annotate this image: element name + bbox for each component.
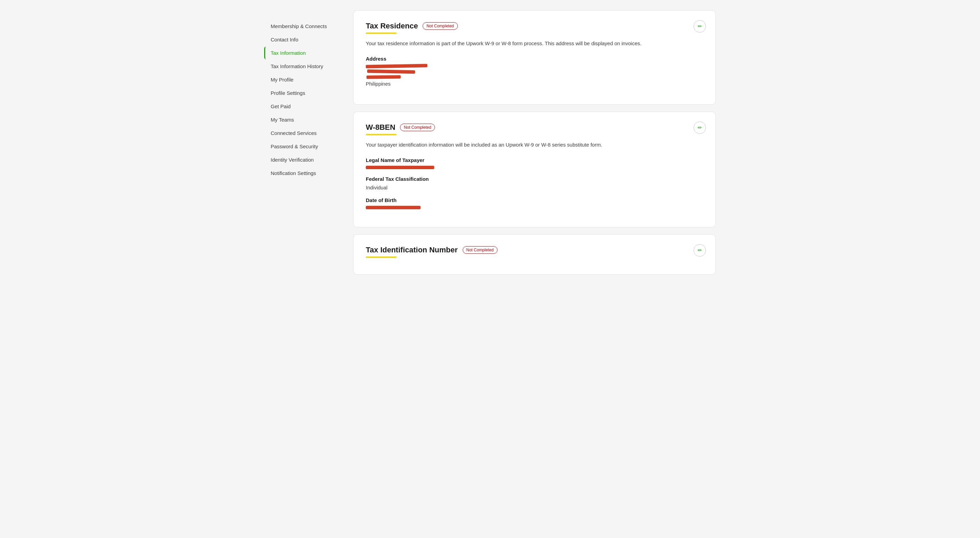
card-tax-residence-description: Your tax residence information is part o…	[366, 39, 703, 48]
main-content: ✏Tax ResidenceNot CompletedYour tax resi…	[353, 7, 716, 275]
sidebar: Membership & ConnectsContact InfoTax Inf…	[264, 7, 339, 275]
field-label: Federal Tax Classification	[366, 176, 703, 182]
redacted-address-line	[367, 70, 415, 73]
field-address: AddressPhilippines	[366, 56, 703, 87]
card-tax-residence-badge: Not Completed	[423, 22, 458, 30]
card-w8ben-underline	[366, 134, 396, 135]
card-w8ben-title: W-8BEN	[366, 123, 395, 132]
card-tax-residence-underline	[366, 32, 396, 34]
sidebar-item-my-teams[interactable]: My Teams	[264, 113, 339, 126]
field-label: Date of Birth	[366, 197, 703, 203]
card-tax-residence-title: Tax Residence	[366, 22, 418, 30]
field-legal-name-of-taxpayer: Legal Name of Taxpayer	[366, 157, 703, 169]
redacted-dob-value	[366, 206, 420, 209]
sidebar-item-tax-information[interactable]: Tax Information	[264, 46, 339, 59]
card-tax-id-number-underline	[366, 257, 396, 258]
card-tax-residence: ✏Tax ResidenceNot CompletedYour tax resi…	[353, 10, 716, 105]
card-tax-id-number-badge: Not Completed	[463, 246, 498, 254]
sidebar-item-contact-info[interactable]: Contact Info	[264, 33, 339, 46]
sidebar-item-tax-history[interactable]: Tax Information History	[264, 60, 339, 73]
field-label: Address	[366, 56, 703, 62]
field-date-of-birth: Date of Birth	[366, 197, 703, 209]
redacted-address-line	[366, 75, 401, 79]
card-tax-id-number-title: Tax Identification Number	[366, 246, 458, 254]
sidebar-item-my-profile[interactable]: My Profile	[264, 73, 339, 86]
edit-tax-residence-button[interactable]: ✏	[694, 20, 706, 32]
card-w8ben-badge: Not Completed	[400, 124, 435, 131]
sidebar-item-connected-services[interactable]: Connected Services	[264, 127, 339, 139]
sidebar-item-profile-settings[interactable]: Profile Settings	[264, 87, 339, 99]
sidebar-item-membership[interactable]: Membership & Connects	[264, 20, 339, 32]
edit-tax-id-number-button[interactable]: ✏	[694, 244, 706, 257]
sidebar-item-get-paid[interactable]: Get Paid	[264, 100, 339, 113]
card-tax-residence-header: Tax ResidenceNot Completed	[366, 22, 703, 30]
card-tax-id-number-header: Tax Identification NumberNot Completed	[366, 246, 703, 254]
sidebar-item-identity-verification[interactable]: Identity Verification	[264, 153, 339, 166]
edit-w8ben-button[interactable]: ✏	[694, 121, 706, 134]
sidebar-item-notification-settings[interactable]: Notification Settings	[264, 167, 339, 179]
card-w8ben: ✏W-8BENNot CompletedYour taxpayer identi…	[353, 112, 716, 227]
card-w8ben-description: Your taxpayer identification information…	[366, 141, 703, 149]
address-country: Philippines	[366, 81, 703, 87]
field-label: Legal Name of Taxpayer	[366, 157, 703, 163]
sidebar-item-password-security[interactable]: Password & Security	[264, 140, 339, 153]
redacted-name-value	[366, 166, 434, 169]
redacted-address-line	[366, 64, 427, 68]
card-tax-id-number: ✏Tax Identification NumberNot Completed	[353, 234, 716, 275]
card-w8ben-header: W-8BENNot Completed	[366, 123, 703, 132]
field-federal-tax-classification: Federal Tax ClassificationIndividual	[366, 176, 703, 190]
sidebar-navigation: Membership & ConnectsContact InfoTax Inf…	[264, 20, 339, 179]
field-value: Individual	[366, 185, 703, 190]
